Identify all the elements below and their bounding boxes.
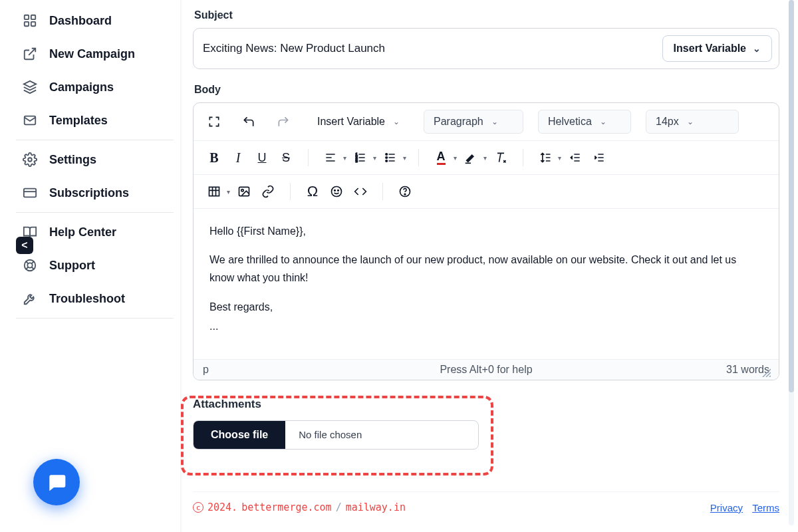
- dashboard-icon: [23, 13, 37, 28]
- copyright-icon: c: [193, 502, 203, 513]
- clear-formatting-button[interactable]: [491, 148, 511, 168]
- chevron-down-icon: ▾: [343, 154, 346, 162]
- svg-line-13: [26, 267, 29, 270]
- italic-button[interactable]: I: [228, 148, 248, 168]
- choose-file-button[interactable]: Choose file: [194, 421, 285, 449]
- svg-point-47: [332, 187, 342, 197]
- subject-input[interactable]: [203, 42, 654, 55]
- undo-button[interactable]: [239, 112, 259, 132]
- resize-grip-icon[interactable]: [760, 366, 771, 377]
- ordered-list-button[interactable]: 123: [350, 148, 370, 168]
- insert-variable-dropdown[interactable]: Insert Variable⌄: [308, 110, 409, 133]
- main-content: Subject Insert Variable ⌄ Body Insert Va…: [181, 0, 798, 532]
- svg-point-29: [386, 160, 388, 162]
- text-color-button[interactable]: A: [431, 148, 451, 168]
- sidebar-item-label: Campaigns: [49, 80, 114, 94]
- sidebar-item-help-center[interactable]: Help Center: [16, 215, 174, 249]
- sidebar-item-label: New Campaign: [49, 47, 135, 61]
- chevron-down-icon: ▾: [403, 154, 406, 162]
- sidebar-item-label: Support: [49, 259, 95, 273]
- svg-marker-4: [24, 81, 36, 87]
- sidebar-item-templates[interactable]: Templates: [16, 104, 174, 137]
- body-paragraph: Hello {{First Name}},: [209, 222, 763, 240]
- scrollbar[interactable]: [789, 0, 794, 525]
- editor-toolbar-row-3: ▾ Ω: [194, 175, 779, 209]
- svg-line-14: [32, 261, 35, 264]
- link-button[interactable]: [258, 182, 278, 201]
- sidebar-collapse-button[interactable]: <: [16, 237, 33, 254]
- sidebar-item-new-campaign[interactable]: New Campaign: [16, 37, 174, 70]
- chevron-left-icon: <: [21, 239, 27, 251]
- card-icon: [23, 186, 37, 200]
- font-size-dropdown[interactable]: 14px⌄: [646, 110, 739, 134]
- wrench-icon: [23, 291, 37, 306]
- align-button[interactable]: [321, 148, 340, 168]
- editor-toolbar-row-1: Insert Variable⌄ Paragraph⌄ Helvetica⌄ 1…: [194, 103, 779, 141]
- svg-point-28: [386, 157, 388, 159]
- svg-point-51: [404, 194, 406, 195]
- toolbar-separator: [308, 149, 309, 166]
- editor-status-bar: p Press Alt+0 for help 31 words: [194, 359, 779, 380]
- sidebar-item-label: Troubleshoot: [49, 292, 125, 306]
- underline-button[interactable]: U: [252, 148, 272, 168]
- chevron-down-icon: ⌄: [491, 117, 498, 126]
- editor-help-hint: Press Alt+0 for help: [440, 364, 532, 376]
- svg-point-10: [27, 263, 32, 267]
- sidebar-separator: [16, 212, 174, 213]
- insert-variable-button[interactable]: Insert Variable ⌄: [662, 35, 772, 62]
- toolbar-separator: [523, 149, 523, 166]
- svg-point-27: [386, 154, 388, 156]
- bold-button[interactable]: B: [204, 148, 224, 168]
- body-label: Body: [194, 84, 779, 96]
- special-char-button[interactable]: Ω: [303, 182, 323, 201]
- code-button[interactable]: [350, 182, 370, 201]
- redo-button[interactable]: [273, 112, 293, 132]
- font-family-dropdown[interactable]: Helvetica⌄: [538, 110, 631, 134]
- chat-icon: [46, 471, 67, 493]
- strikethrough-button[interactable]: S: [276, 148, 296, 168]
- body-paragraph: Best regards,: [209, 298, 763, 316]
- svg-rect-1: [31, 15, 35, 19]
- sidebar-item-subscriptions[interactable]: Subscriptions: [16, 176, 174, 209]
- chevron-down-icon: ▾: [558, 154, 561, 162]
- svg-rect-2: [25, 22, 29, 26]
- svg-text:3: 3: [356, 159, 358, 163]
- privacy-link[interactable]: Privacy: [710, 502, 743, 513]
- highlight-button[interactable]: [461, 148, 481, 168]
- file-status-text: No file chosen: [285, 429, 375, 440]
- mail-icon: [23, 113, 37, 128]
- toolbar-separator: [418, 149, 419, 166]
- svg-point-6: [28, 158, 32, 162]
- fullscreen-button[interactable]: [204, 112, 224, 132]
- sidebar-item-troubleshoot[interactable]: Troubleshoot: [16, 282, 174, 315]
- help-button[interactable]: [395, 182, 415, 201]
- bullet-list-button[interactable]: [380, 148, 400, 168]
- svg-rect-30: [466, 163, 471, 164]
- terms-link[interactable]: Terms: [752, 502, 779, 513]
- chevron-down-icon: ⌄: [753, 43, 761, 54]
- svg-rect-0: [25, 15, 29, 19]
- indent-button[interactable]: [589, 148, 609, 168]
- table-button[interactable]: [204, 182, 224, 201]
- chevron-down-icon: ⌄: [687, 117, 694, 126]
- chevron-down-icon: ▾: [454, 154, 457, 162]
- outdent-button[interactable]: [565, 148, 585, 168]
- sidebar-item-label: Subscriptions: [49, 186, 129, 200]
- sidebar-item-dashboard[interactable]: Dashboard: [16, 4, 174, 37]
- body-paragraph: We are thrilled to announce the launch o…: [209, 251, 763, 287]
- footer-links: Privacy Terms: [704, 502, 779, 513]
- footer: c 2024. bettermerge.com / mailway.in Pri…: [193, 491, 779, 513]
- sidebar-item-settings[interactable]: Settings: [16, 143, 174, 176]
- toolbar-separator: [382, 183, 383, 200]
- emoji-button[interactable]: [327, 182, 346, 201]
- svg-point-48: [334, 190, 336, 192]
- chat-fab-button[interactable]: [33, 459, 80, 505]
- sidebar-item-campaigns[interactable]: Campaigns: [16, 70, 174, 104]
- image-button[interactable]: [234, 182, 254, 201]
- sidebar-item-support[interactable]: Support: [16, 249, 174, 282]
- editor: Insert Variable⌄ Paragraph⌄ Helvetica⌄ 1…: [193, 102, 779, 380]
- subject-label: Subject: [194, 9, 779, 21]
- block-format-dropdown[interactable]: Paragraph⌄: [424, 110, 523, 134]
- editor-content-area[interactable]: Hello {{First Name}}, We are thrilled to…: [194, 209, 779, 359]
- line-height-button[interactable]: [535, 148, 555, 168]
